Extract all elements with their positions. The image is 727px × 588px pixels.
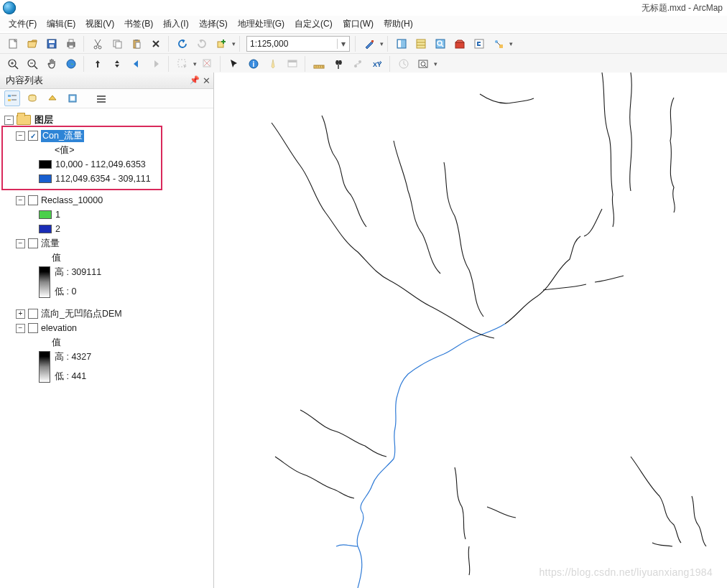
menu-geoprocessing[interactable]: 地理处理(G) [238, 18, 284, 30]
table-of-contents-icon[interactable] [393, 35, 410, 52]
separator [389, 56, 392, 72]
create-viewer-icon[interactable] [415, 55, 432, 73]
list-by-visibility-icon[interactable] [45, 90, 60, 106]
undo-icon[interactable] [174, 35, 191, 52]
add-data-icon[interactable] [213, 35, 230, 52]
save-icon[interactable] [43, 35, 60, 52]
svg-rect-19 [398, 40, 401, 47]
open-icon[interactable] [24, 35, 41, 52]
close-icon[interactable]: ✕ [203, 75, 210, 86]
svg-rect-6 [69, 45, 73, 48]
python-icon[interactable] [471, 35, 488, 52]
menu-customize[interactable]: 自定义(C) [295, 18, 333, 30]
svg-rect-5 [69, 39, 73, 42]
watermark-text: https://blog.csdn.net/liyuanxiang1984 [540, 566, 713, 578]
layer-name-flow[interactable]: 流量 [41, 238, 60, 250]
find-route-icon[interactable] [349, 55, 366, 73]
expand-toggle[interactable] [16, 239, 25, 248]
separator [168, 56, 170, 72]
dropdown-arrow-icon[interactable]: ▾ [434, 60, 437, 67]
clear-selection-icon[interactable] [199, 55, 216, 73]
layer-name-dem[interactable]: 流向_无凹陷点DEM [41, 308, 122, 320]
list-by-selection-icon[interactable] [65, 90, 80, 106]
dropdown-arrow-icon[interactable]: ▾ [380, 40, 384, 47]
full-extent-icon[interactable] [62, 55, 80, 73]
go-forward-icon[interactable] [147, 55, 165, 73]
layer-checkbox[interactable] [28, 309, 38, 319]
zoom-out-icon[interactable] [24, 55, 41, 73]
menu-file[interactable]: 文件(F) [9, 18, 37, 30]
delete-icon[interactable] [147, 35, 165, 52]
symbol-swatch-blue[interactable] [39, 174, 52, 183]
svg-line-30 [497, 42, 500, 45]
time-slider-icon[interactable] [395, 55, 412, 73]
options-icon[interactable] [93, 90, 109, 106]
svg-rect-26 [455, 42, 464, 48]
toc-header: 内容列表 📌 ✕ [0, 73, 213, 89]
separator [387, 36, 389, 52]
measure-icon[interactable] [310, 55, 328, 73]
menu-insert[interactable]: 插入(I) [163, 18, 188, 30]
arc-toolbox-icon[interactable] [451, 35, 468, 52]
toc-tree[interactable]: 图层 Con_流量 <值> 10,000 - 112,049.6353 112,… [0, 108, 213, 588]
standard-toolbar: ▾ 1:125,000 ▾ ▾ ▾ [0, 33, 727, 55]
select-features-icon[interactable] [174, 55, 191, 73]
go-to-xy-icon[interactable]: XY [369, 55, 386, 73]
layer-name-reclass[interactable]: Reclass_10000 [41, 195, 103, 205]
stretch-ramp-icon[interactable] [39, 266, 50, 298]
html-popup-icon[interactable] [284, 55, 301, 73]
expand-toggle[interactable] [16, 196, 25, 205]
dropdown-arrow-icon[interactable]: ▾ [193, 60, 197, 67]
stretch-ramp-icon[interactable] [39, 351, 50, 383]
map-view[interactable]: https://blog.csdn.net/liyuanxiang1984 [214, 73, 727, 588]
dropdown-arrow-icon[interactable]: ▾ [509, 40, 513, 47]
copy-icon[interactable] [108, 35, 126, 52]
hyperlink-icon[interactable] [264, 55, 282, 73]
pin-icon[interactable]: 📌 [190, 75, 200, 86]
fixed-zoom-in-icon[interactable] [89, 55, 106, 73]
editor-toolbar-icon[interactable] [361, 35, 378, 52]
redo-icon[interactable] [193, 35, 210, 52]
menu-view[interactable]: 视图(V) [85, 18, 114, 30]
symbol-swatch-black[interactable] [39, 160, 52, 169]
zoom-in-icon[interactable] [4, 55, 22, 73]
menu-bookmarks[interactable]: 书签(B) [124, 18, 153, 30]
find-icon[interactable] [330, 55, 347, 73]
fixed-zoom-out-icon[interactable] [108, 55, 126, 73]
stretch-low-label: 低 : 441 [55, 370, 91, 383]
menu-window[interactable]: 窗口(W) [343, 18, 374, 30]
select-elements-icon[interactable] [226, 55, 243, 73]
catalog-icon[interactable] [412, 35, 430, 52]
print-icon[interactable] [62, 35, 80, 52]
list-by-source-icon[interactable] [24, 90, 40, 106]
layer-checkbox[interactable] [28, 323, 38, 333]
list-by-drawing-order-icon[interactable] [4, 90, 20, 106]
cut-icon[interactable] [89, 35, 106, 52]
expand-toggle[interactable] [16, 131, 25, 141]
expand-toggle[interactable] [4, 116, 14, 125]
map-scale-combobox[interactable]: 1:125,000 ▾ [246, 36, 350, 52]
identify-icon[interactable]: i [245, 55, 262, 73]
stretch-high-label: 高 : 4327 [55, 351, 91, 363]
menu-help[interactable]: 帮助(H) [384, 18, 413, 30]
layer-name-elevation[interactable]: elevation [41, 323, 77, 333]
symbol-swatch-green[interactable] [39, 210, 52, 219]
layer-checkbox[interactable] [28, 195, 38, 205]
layer-name-con[interactable]: Con_流量 [41, 130, 84, 142]
paste-icon[interactable] [128, 35, 145, 52]
menu-edit[interactable]: 编辑(E) [47, 18, 75, 30]
menu-select[interactable]: 选择(S) [199, 18, 228, 30]
new-icon[interactable] [4, 35, 22, 52]
go-back-icon[interactable] [128, 55, 145, 73]
search-icon[interactable] [432, 35, 449, 52]
pan-icon[interactable] [43, 55, 60, 73]
toc-root-label[interactable]: 图层 [34, 114, 53, 126]
model-builder-icon[interactable] [490, 35, 507, 52]
dropdown-arrow-icon[interactable]: ▾ [232, 40, 236, 47]
layer-checkbox[interactable] [28, 131, 38, 141]
expand-toggle[interactable] [16, 309, 25, 319]
expand-toggle[interactable] [16, 324, 25, 333]
svg-point-8 [98, 46, 101, 49]
symbol-swatch-dblue[interactable] [39, 225, 52, 233]
layer-checkbox[interactable] [28, 238, 38, 248]
